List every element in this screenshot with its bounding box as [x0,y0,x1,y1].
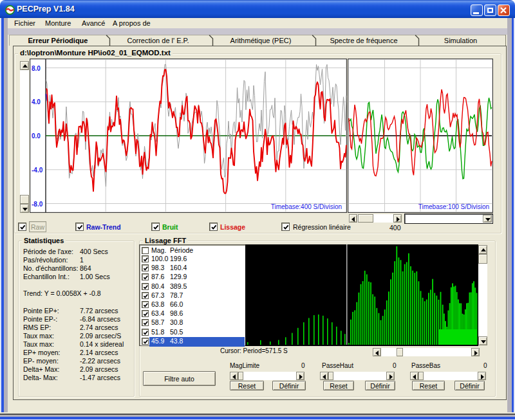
svg-text:Timebase:100 S/Division: Timebase:100 S/Division [418,203,489,210]
svg-text:0.0: 0.0 [32,132,41,140]
svg-text:-4.0: -4.0 [32,167,43,174]
svg-text:Timebase:400 S/Division: Timebase:400 S/Division [271,203,342,210]
svg-text:4.0: 4.0 [32,98,41,105]
svg-text:8.0: 8.0 [32,65,41,72]
svg-text:-8.0: -8.0 [32,201,43,208]
